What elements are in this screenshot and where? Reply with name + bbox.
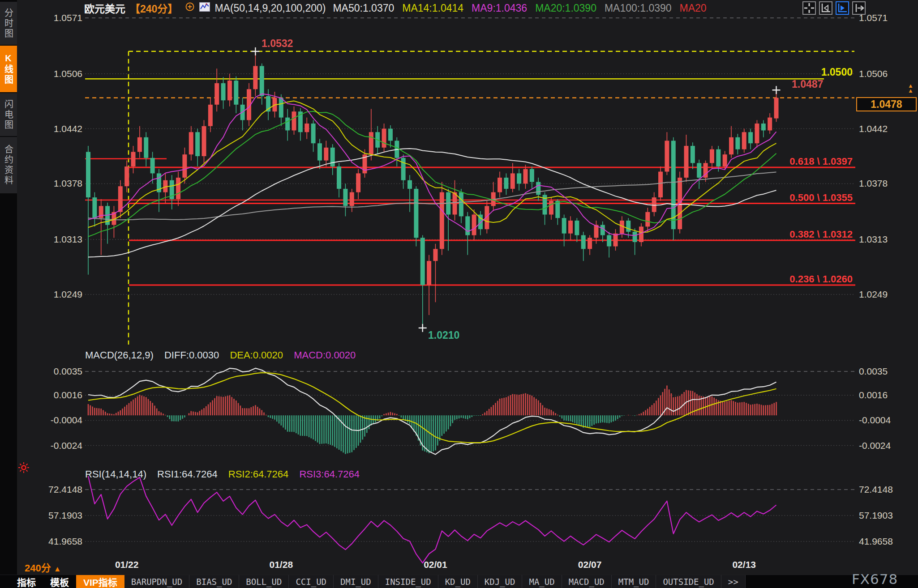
- toolbar-tab-14[interactable]: OUTSIDE_UD: [656, 575, 721, 588]
- ma-legend-item-3: MA20:1.0390: [535, 2, 596, 14]
- macd-indicator-header: MACD(26,12,9) DIFF:0.0030 DEA:0.0020 MAC…: [85, 349, 364, 361]
- candle: [588, 235, 592, 255]
- gridlines: [85, 18, 855, 541]
- price-axis-label-right: 1.0249: [859, 289, 888, 300]
- ma-settings-label: MA(50,14,9,20,100,200): [214, 2, 326, 14]
- candle: [105, 203, 110, 244]
- date-tick-label: 02/13: [732, 559, 756, 570]
- macd-axis-label-right: -0.0024: [859, 440, 891, 451]
- candle: [761, 120, 766, 137]
- swing-high-annotation: 1.0532: [262, 38, 293, 50]
- toolbar-tab-13[interactable]: MTM_UD: [612, 575, 656, 588]
- interval-text: 240分: [25, 562, 51, 574]
- macd-axis-label-right: 0.0035: [859, 366, 888, 377]
- rsi-axis-label-right: 41.9658: [859, 536, 893, 547]
- candle: [697, 160, 701, 189]
- candle: [285, 109, 290, 141]
- rsi-title: RSI(14,14,14): [85, 469, 146, 480]
- candle: [420, 235, 425, 328]
- rsi-indicator-header: RSI(14,14,14) RSI1:64.7264 RSI2:64.7264 …: [85, 469, 368, 480]
- candle: [234, 77, 238, 114]
- toolbar-tab-0[interactable]: 指标: [10, 575, 43, 588]
- toolbar-tab-1[interactable]: 模板: [43, 575, 76, 588]
- watermark: FX678: [852, 571, 898, 587]
- candle: [86, 146, 90, 275]
- toolbar-tab-5[interactable]: BOLL_UD: [239, 575, 289, 588]
- candle: [317, 139, 322, 169]
- toolbar-tab-9[interactable]: KD_UD: [438, 575, 478, 588]
- sidebar-item-0[interactable]: 分时图: [0, 2, 17, 45]
- rsi1-value: RSI1:64.7264: [157, 469, 218, 480]
- candle: [298, 108, 303, 141]
- candle: [92, 192, 97, 227]
- candle: [581, 232, 586, 261]
- toolbar-tab-2[interactable]: VIP指标: [76, 575, 124, 588]
- toolbar-tab-8[interactable]: INSIDE_UD: [378, 575, 438, 588]
- ma-legend-item-2: MA9:1.0436: [472, 2, 527, 14]
- sidebar-item-2[interactable]: 闪电图: [0, 93, 17, 136]
- toolbar-tab-15[interactable]: >>: [721, 575, 746, 588]
- candle: [99, 199, 103, 255]
- macd-axis-label-left: 0.0016: [38, 390, 82, 401]
- candle: [343, 183, 347, 216]
- candle: [710, 146, 714, 168]
- toolbar-tab-7[interactable]: DMI_UD: [334, 575, 378, 588]
- add-symbol-icon[interactable]: [185, 2, 195, 14]
- rsi3-value: RSI3:64.7264: [299, 469, 360, 480]
- bar-high-annotation: 1.0487: [792, 78, 823, 90]
- axis-scale-right-icon[interactable]: [836, 1, 849, 15]
- rsi-layer: [88, 476, 776, 563]
- candle: [253, 51, 257, 96]
- candle: [601, 222, 605, 242]
- sidebar-item-3[interactable]: 合约资料: [0, 137, 17, 193]
- interval-arrow-icon: ▲: [54, 565, 61, 573]
- macd-axis-label-left: -0.0004: [38, 415, 82, 426]
- candle: [465, 212, 470, 255]
- candle: [671, 137, 676, 240]
- price-axis-label-left: 1.0378: [38, 178, 82, 189]
- rsi-axis-label-right: 72.4148: [859, 484, 893, 495]
- candle: [472, 209, 476, 240]
- toolbar-tab-11[interactable]: MA_UD: [522, 575, 562, 588]
- candle: [562, 215, 566, 247]
- toolbar-tab-3[interactable]: BARUPDN_UD: [124, 575, 189, 588]
- interval-selector[interactable]: 240分 ▲: [25, 560, 61, 574]
- candle: [350, 189, 354, 212]
- indicator-type-icon[interactable]: [199, 2, 210, 14]
- current-price-tag: 1.0478: [856, 97, 917, 111]
- candle: [735, 134, 740, 154]
- price-axis-label-left: 1.0571: [38, 13, 82, 23]
- candle: [176, 172, 180, 206]
- candle: [433, 244, 438, 303]
- toolbar-tab-12[interactable]: MACD_UD: [562, 575, 612, 588]
- toolbar-tab-6[interactable]: CCI_UD: [289, 575, 334, 588]
- price-axis-label-right: 1.0506: [859, 68, 888, 79]
- candle: [523, 165, 528, 189]
- ma-legend-item-4: MA100:1.0390: [605, 2, 672, 14]
- candle: [208, 98, 213, 132]
- rsi2-value: RSI2:64.7264: [228, 469, 289, 480]
- candle: [266, 89, 270, 120]
- candle: [240, 98, 245, 130]
- candle: [684, 135, 688, 182]
- price-axis-label-right: 1.0442: [859, 124, 888, 134]
- candle: [189, 126, 193, 161]
- shift-right-icon[interactable]: [852, 1, 866, 15]
- candle: [691, 142, 695, 169]
- toolbar-tab-4[interactable]: BIAS_UD: [189, 575, 239, 588]
- candle: [517, 169, 521, 191]
- macd-title: MACD(26,12,9): [85, 349, 154, 361]
- axis-scale-left-icon[interactable]: [819, 1, 832, 15]
- candle: [112, 206, 116, 238]
- candle: [575, 218, 579, 242]
- price-axis-label-left: 1.0313: [38, 234, 82, 245]
- price-chart[interactable]: [0, 0, 918, 588]
- candle: [645, 208, 650, 232]
- candle: [440, 182, 444, 255]
- sidebar-item-1[interactable]: K线图: [0, 46, 17, 92]
- toolbar-tab-10[interactable]: KDJ_UD: [478, 575, 523, 588]
- candle: [337, 163, 341, 197]
- candle: [414, 186, 418, 246]
- candle: [137, 126, 142, 158]
- crosshair-move-icon[interactable]: [802, 1, 816, 15]
